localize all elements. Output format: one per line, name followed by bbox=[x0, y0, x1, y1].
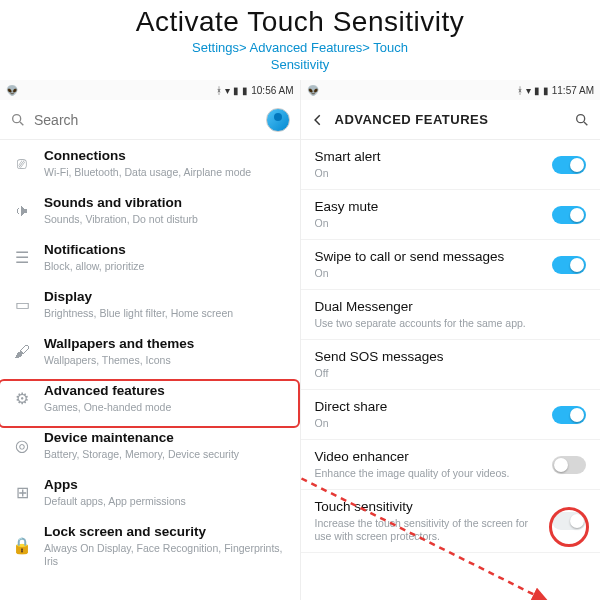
item-subtitle: Default apps, App permissions bbox=[44, 495, 288, 508]
maintenance-icon: ◎ bbox=[12, 436, 32, 456]
item-label: Connections bbox=[44, 148, 288, 165]
item-label: Wallpapers and themes bbox=[44, 336, 288, 353]
adv-item-video-enhancer[interactable]: Video enhancer Enhance the image quality… bbox=[301, 440, 601, 490]
search-icon[interactable] bbox=[574, 112, 590, 128]
item-label: Lock screen and security bbox=[44, 524, 288, 541]
lock-icon: 🔒 bbox=[12, 536, 32, 556]
search-icon bbox=[10, 112, 26, 128]
status-bar: 👽 ᚼ ▾ ▮ ▮ 11:57 AM bbox=[301, 80, 601, 100]
item-label: Direct share bbox=[315, 399, 541, 416]
toggle-switch[interactable] bbox=[552, 156, 586, 174]
toggle-switch[interactable] bbox=[552, 456, 586, 474]
advanced-list: Smart alert On Easy mute On Swipe to cal… bbox=[301, 140, 601, 600]
item-label: Advanced features bbox=[44, 383, 288, 400]
svg-line-1 bbox=[20, 122, 23, 125]
wifi-icon: ▾ bbox=[526, 85, 531, 96]
item-label: Video enhancer bbox=[315, 449, 541, 466]
item-subtitle: Enhance the image quality of your videos… bbox=[315, 467, 541, 480]
reddit-icon: 👽 bbox=[6, 85, 18, 96]
item-subtitle: On bbox=[315, 267, 541, 280]
settings-item-lock-screen-and-security[interactable]: 🔒 Lock screen and security Always On Dis… bbox=[0, 516, 300, 576]
phone-advanced-features: 👽 ᚼ ▾ ▮ ▮ 11:57 AM ADVANCED FEATURES Sma… bbox=[300, 80, 601, 600]
adv-item-swipe-to-call-or-send-messages[interactable]: Swipe to call or send messages On bbox=[301, 240, 601, 290]
settings-item-sounds-and-vibration[interactable]: 🕩 Sounds and vibration Sounds, Vibration… bbox=[0, 187, 300, 234]
status-time: 10:56 AM bbox=[251, 85, 293, 96]
battery-icon: ▮ bbox=[543, 85, 549, 96]
item-subtitle: Use two separate accounts for the same a… bbox=[315, 317, 587, 330]
toggle-switch[interactable] bbox=[552, 512, 586, 530]
svg-point-2 bbox=[577, 114, 585, 122]
item-subtitle: Wi-Fi, Bluetooth, Data usage, Airplane m… bbox=[44, 166, 288, 179]
connections-icon: ⎚ bbox=[12, 154, 32, 174]
adv-item-touch-sensitivity[interactable]: Touch sensitivity Increase the touch sen… bbox=[301, 490, 601, 553]
item-subtitle: Off bbox=[315, 367, 587, 380]
item-label: Apps bbox=[44, 477, 288, 494]
sound-icon: 🕩 bbox=[12, 201, 32, 221]
settings-item-connections[interactable]: ⎚ Connections Wi-Fi, Bluetooth, Data usa… bbox=[0, 140, 300, 187]
item-subtitle: On bbox=[315, 417, 541, 430]
search-input[interactable] bbox=[34, 112, 258, 128]
phone-settings-root: 👽 ᚼ ▾ ▮ ▮ 10:56 AM ⎚ Connections Wi-Fi, … bbox=[0, 80, 300, 600]
wallpaper-icon: 🖌 bbox=[12, 342, 32, 362]
settings-item-wallpapers-and-themes[interactable]: 🖌 Wallpapers and themes Wallpapers, Them… bbox=[0, 328, 300, 375]
signal-icon: ▮ bbox=[233, 85, 239, 96]
adv-item-smart-alert[interactable]: Smart alert On bbox=[301, 140, 601, 190]
settings-list: ⎚ Connections Wi-Fi, Bluetooth, Data usa… bbox=[0, 140, 300, 600]
item-label: Device maintenance bbox=[44, 430, 288, 447]
item-subtitle: Always On Display, Face Recognition, Fin… bbox=[44, 542, 288, 568]
settings-item-advanced-features[interactable]: ⚙ Advanced features Games, One-handed mo… bbox=[0, 375, 300, 422]
back-icon[interactable] bbox=[311, 113, 325, 127]
settings-item-device-maintenance[interactable]: ◎ Device maintenance Battery, Storage, M… bbox=[0, 422, 300, 469]
search-bar[interactable] bbox=[0, 100, 300, 140]
adv-item-easy-mute[interactable]: Easy mute On bbox=[301, 190, 601, 240]
reddit-icon: 👽 bbox=[307, 85, 319, 96]
status-time: 11:57 AM bbox=[552, 85, 594, 96]
item-subtitle: On bbox=[315, 167, 541, 180]
settings-item-apps[interactable]: ⊞ Apps Default apps, App permissions bbox=[0, 469, 300, 516]
avatar[interactable] bbox=[266, 108, 290, 132]
item-label: Send SOS messages bbox=[315, 349, 587, 366]
item-label: Notifications bbox=[44, 242, 288, 259]
item-label: Touch sensitivity bbox=[315, 499, 541, 516]
item-subtitle: Games, One-handed mode bbox=[44, 401, 288, 414]
battery-icon: ▮ bbox=[242, 85, 248, 96]
wifi-icon: ▾ bbox=[225, 85, 230, 96]
item-subtitle: Increase the touch sensitivity of the sc… bbox=[315, 517, 541, 543]
toggle-switch[interactable] bbox=[552, 256, 586, 274]
settings-item-notifications[interactable]: ☰ Notifications Block, allow, prioritize bbox=[0, 234, 300, 281]
item-subtitle: On bbox=[315, 217, 541, 230]
adv-item-direct-share[interactable]: Direct share On bbox=[301, 390, 601, 440]
toggle-switch[interactable] bbox=[552, 406, 586, 424]
item-label: Display bbox=[44, 289, 288, 306]
display-icon: ▭ bbox=[12, 295, 32, 315]
breadcrumb: Settings> Advanced Features> Touch Sensi… bbox=[0, 40, 600, 74]
item-subtitle: Sounds, Vibration, Do not disturb bbox=[44, 213, 288, 226]
item-label: Easy mute bbox=[315, 199, 541, 216]
screen-header: ADVANCED FEATURES bbox=[301, 100, 601, 140]
signal-icon: ▮ bbox=[534, 85, 540, 96]
apps-icon: ⊞ bbox=[12, 483, 32, 503]
svg-line-3 bbox=[584, 122, 587, 125]
adv-item-dual-messenger[interactable]: Dual Messenger Use two separate accounts… bbox=[301, 290, 601, 340]
item-subtitle: Block, allow, prioritize bbox=[44, 260, 288, 273]
adv-item-send-sos-messages[interactable]: Send SOS messages Off bbox=[301, 340, 601, 390]
item-subtitle: Wallpapers, Themes, Icons bbox=[44, 354, 288, 367]
settings-item-display[interactable]: ▭ Display Brightness, Blue light filter,… bbox=[0, 281, 300, 328]
bluetooth-icon: ᚼ bbox=[216, 85, 222, 96]
item-label: Dual Messenger bbox=[315, 299, 587, 316]
item-label: Swipe to call or send messages bbox=[315, 249, 541, 266]
svg-point-0 bbox=[13, 114, 21, 122]
item-subtitle: Brightness, Blue light filter, Home scre… bbox=[44, 307, 288, 320]
advanced-icon: ⚙ bbox=[12, 389, 32, 409]
page-title: Activate Touch Sensitivity bbox=[0, 6, 600, 38]
item-label: Sounds and vibration bbox=[44, 195, 288, 212]
bluetooth-icon: ᚼ bbox=[517, 85, 523, 96]
toggle-switch[interactable] bbox=[552, 206, 586, 224]
status-bar: 👽 ᚼ ▾ ▮ ▮ 10:56 AM bbox=[0, 80, 300, 100]
notifications-icon: ☰ bbox=[12, 248, 32, 268]
item-label: Smart alert bbox=[315, 149, 541, 166]
header-title: ADVANCED FEATURES bbox=[335, 112, 489, 127]
item-subtitle: Battery, Storage, Memory, Device securit… bbox=[44, 448, 288, 461]
